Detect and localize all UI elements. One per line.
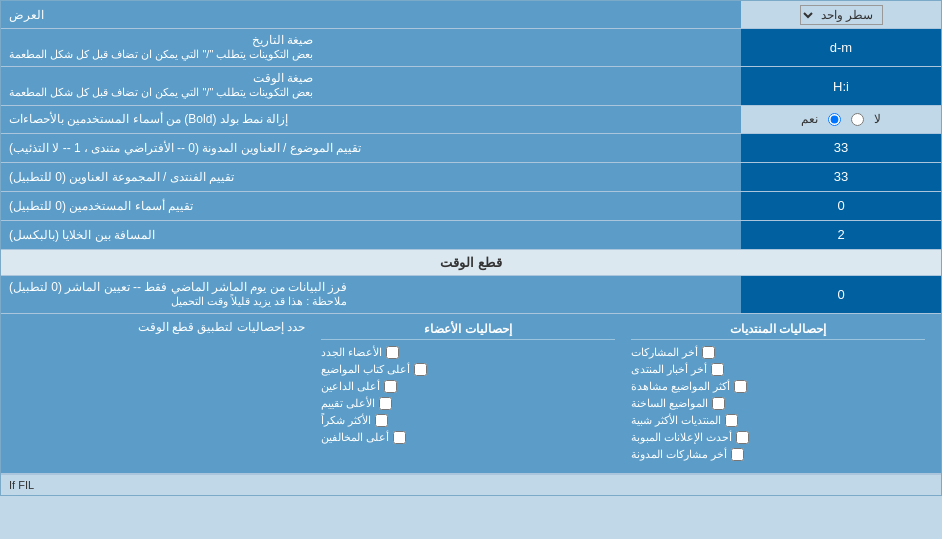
topic-title-row: تقييم الموضوع / العناوين المدونة (0 -- ا… [1, 134, 941, 163]
forum-group-input-wrapper [741, 163, 941, 191]
stat-member-1-check[interactable] [386, 346, 399, 359]
stat-forum-7-check[interactable] [731, 448, 744, 461]
space-between-input-wrapper [741, 221, 941, 249]
stat-forum-7-label: أخر مشاركات المدونة [631, 448, 727, 461]
time-format-input[interactable] [747, 75, 935, 97]
stat-forum-1-check[interactable] [702, 346, 715, 359]
forum-group-row: تقييم الفنتدى / المجموعة العناوين (0 للت… [1, 163, 941, 192]
cutoff-main-label: فرز البيانات من يوم الماشر الماضي فقط --… [9, 280, 347, 294]
stat-forum-2-check[interactable] [711, 363, 724, 376]
stat-forum-3: أكثر المواضيع مشاهدة [631, 380, 925, 393]
stat-member-1: الأعضاء الجدد [321, 346, 615, 359]
time-format-sub-label: بعض التكوينات يتطلب "/" التي يمكن ان تضا… [9, 85, 313, 100]
bold-no-label: لا [874, 112, 881, 126]
stat-forum-1: أخر المشاركات [631, 346, 925, 359]
stat-member-3-label: أعلى الداعين [321, 380, 380, 393]
stat-member-4-label: الأعلى تقييم [321, 397, 375, 410]
stat-member-3-check[interactable] [384, 380, 397, 393]
date-format-main-label: صيغة التاريخ [9, 33, 313, 47]
bold-remove-label: إزالة نمط بولد (Bold) من أسماء المستخدمي… [1, 106, 741, 133]
topic-title-label: تقييم الموضوع / العناوين المدونة (0 -- ا… [1, 134, 741, 162]
stat-member-2: أعلى كتاب المواضيع [321, 363, 615, 376]
time-format-main-label: صيغة الوقت [9, 71, 313, 85]
bold-remove-row: إزالة نمط بولد (Bold) من أسماء المستخدمي… [1, 106, 941, 134]
stats-col-members-header: إحصاليات الأعضاء [321, 322, 615, 340]
stat-member-5-label: الأكثر شكراً [321, 414, 371, 427]
bottom-note-row: If FIL [1, 474, 941, 495]
display-input: سطر واحد سطرين ثلاثة أسطر [741, 1, 941, 28]
cutoff-row: فرز البيانات من يوم الماشر الماضي فقط --… [1, 276, 941, 314]
space-between-row: المسافة بين الخلايا (بالبكسل) [1, 221, 941, 250]
stat-forum-5: المنتديات الأكثر شبية [631, 414, 925, 427]
stat-forum-4-label: المواضيع الساخنة [631, 397, 708, 410]
stat-forum-6: أحدث الإعلانات المبوبة [631, 431, 925, 444]
users-names-input[interactable] [747, 195, 935, 217]
bottom-note-text: If FIL [9, 479, 34, 491]
date-format-input[interactable] [747, 37, 935, 59]
cutoff-label: فرز البيانات من يوم الماشر الماضي فقط --… [1, 276, 741, 313]
stat-forum-4-check[interactable] [712, 397, 725, 410]
date-format-sub-label: بعض التكوينات يتطلب "/" التي يمكن ان تضا… [9, 47, 313, 62]
cutoff-input-wrapper [741, 276, 941, 313]
bold-yes-radio[interactable] [828, 113, 841, 126]
stat-forum-6-label: أحدث الإعلانات المبوبة [631, 431, 732, 444]
date-format-label: صيغة التاريخ بعض التكوينات يتطلب "/" الت… [1, 29, 741, 66]
stats-col-members: إحصاليات الأعضاء الأعضاء الجدد أعلى كتاب… [313, 318, 623, 469]
stat-member-2-check[interactable] [414, 363, 427, 376]
display-select[interactable]: سطر واحد سطرين ثلاثة أسطر [800, 5, 883, 25]
stat-forum-5-check[interactable] [725, 414, 738, 427]
stat-member-4: الأعلى تقييم [321, 397, 615, 410]
stat-forum-2: أخر أخبار المنتدى [631, 363, 925, 376]
stat-forum-7: أخر مشاركات المدونة [631, 448, 925, 461]
forum-group-input[interactable] [747, 166, 935, 188]
stats-col-forums-header: إحصاليات المنتديات [631, 322, 925, 340]
stat-member-6-label: أعلى المخالفين [321, 431, 389, 444]
cutoff-note-label: ملاحظة : هذا قد يزيد قليلاً وقت التحميل [9, 294, 347, 309]
bold-no-radio[interactable] [851, 113, 864, 126]
stat-member-5: الأكثر شكراً [321, 414, 615, 427]
stat-member-6: أعلى المخالفين [321, 431, 615, 444]
cutoff-input[interactable] [747, 283, 935, 305]
topic-title-input[interactable] [747, 137, 935, 159]
display-label: العرض [1, 1, 741, 28]
stats-apply-label: حدد إحصاليات لتطبيق قطع الوقت [9, 318, 313, 336]
display-row: العرض سطر واحد سطرين ثلاثة أسطر [1, 1, 941, 29]
forum-group-label: تقييم الفنتدى / المجموعة العناوين (0 للت… [1, 163, 741, 191]
users-names-input-wrapper [741, 192, 941, 220]
stat-member-2-label: أعلى كتاب المواضيع [321, 363, 410, 376]
time-format-input-wrapper [741, 67, 941, 104]
space-between-label: المسافة بين الخلايا (بالبكسل) [1, 221, 741, 249]
stats-columns: إحصاليات المنتديات أخر المشاركات أخر أخب… [313, 318, 933, 469]
time-format-label: صيغة الوقت بعض التكوينات يتطلب "/" التي … [1, 67, 741, 104]
stats-section: حدد إحصاليات لتطبيق قطع الوقت إحصاليات ا… [1, 314, 941, 474]
stat-member-6-check[interactable] [393, 431, 406, 444]
stat-forum-1-label: أخر المشاركات [631, 346, 698, 359]
stat-member-4-check[interactable] [379, 397, 392, 410]
stat-forum-6-check[interactable] [736, 431, 749, 444]
stat-forum-5-label: المنتديات الأكثر شبية [631, 414, 721, 427]
date-format-row: صيغة التاريخ بعض التكوينات يتطلب "/" الت… [1, 29, 941, 67]
bold-remove-inputs: نعم لا [741, 106, 941, 133]
stat-forum-3-label: أكثر المواضيع مشاهدة [631, 380, 730, 393]
main-container: العرض سطر واحد سطرين ثلاثة أسطر صيغة الت… [0, 0, 942, 496]
users-names-row: تقييم أسماء المستخدمين (0 للتطبيل) [1, 192, 941, 221]
stat-member-5-check[interactable] [375, 414, 388, 427]
topic-title-input-wrapper [741, 134, 941, 162]
stat-forum-2-label: أخر أخبار المنتدى [631, 363, 707, 376]
bold-yes-label: نعم [801, 112, 818, 126]
time-format-row: صيغة الوقت بعض التكوينات يتطلب "/" التي … [1, 67, 941, 105]
date-format-input-wrapper [741, 29, 941, 66]
stats-col-forums: إحصاليات المنتديات أخر المشاركات أخر أخب… [623, 318, 933, 469]
space-between-input[interactable] [747, 224, 935, 246]
users-names-label: تقييم أسماء المستخدمين (0 للتطبيل) [1, 192, 741, 220]
stat-forum-3-check[interactable] [734, 380, 747, 393]
stat-member-3: أعلى الداعين [321, 380, 615, 393]
stat-member-1-label: الأعضاء الجدد [321, 346, 382, 359]
cutoff-section-header: قطع الوقت [1, 250, 941, 276]
stat-forum-4: المواضيع الساخنة [631, 397, 925, 410]
